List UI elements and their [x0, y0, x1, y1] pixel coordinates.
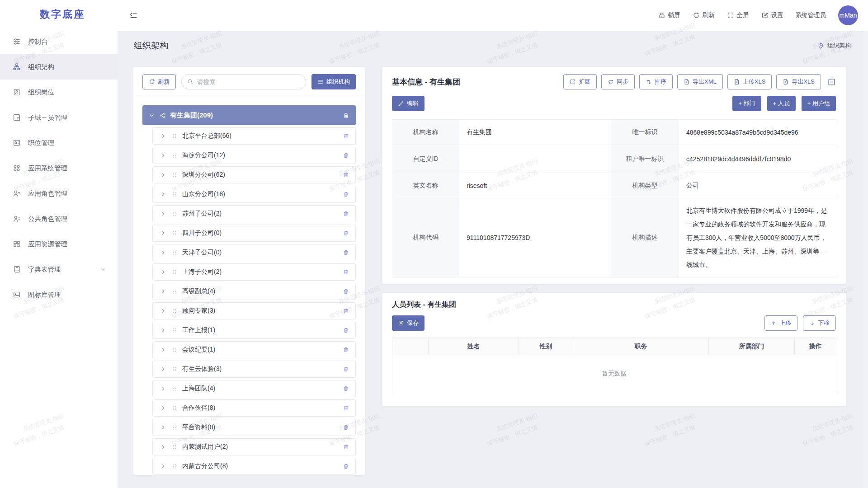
- add-department-button[interactable]: + 部门: [732, 96, 761, 111]
- sidebar-item-subdomain-admin[interactable]: 子域三员管理: [0, 105, 118, 130]
- sidebar-item-icon-lib[interactable]: 图标库管理: [0, 282, 118, 307]
- move-down-button[interactable]: 下移: [803, 315, 836, 331]
- tree-item[interactable]: 苏州子公司(2): [152, 205, 356, 222]
- sort-button[interactable]: 排序: [639, 74, 673, 89]
- delete-icon[interactable]: [343, 308, 349, 314]
- tree-item[interactable]: 内蒙测试用户(2): [152, 438, 356, 455]
- upload-xls-button[interactable]: 上传XLS: [727, 74, 772, 89]
- tree-item[interactable]: 上海子公司(2): [152, 263, 356, 281]
- chevron-right-icon[interactable]: [160, 250, 166, 255]
- tree-item[interactable]: 北京平台总部(66): [152, 127, 356, 145]
- tree-item[interactable]: 有生云体验(3): [152, 361, 356, 378]
- chevron-right-icon[interactable]: [160, 328, 166, 333]
- delete-icon[interactable]: [343, 211, 349, 217]
- tree-item[interactable]: 顾问专家(3): [152, 302, 356, 319]
- chevron-right-icon[interactable]: [160, 153, 166, 158]
- tree-item[interactable]: 上海团队(4): [152, 380, 356, 397]
- tree-item[interactable]: 内蒙古分公司(8): [152, 458, 356, 475]
- export-xml-button[interactable]: 导出XML: [677, 74, 723, 89]
- sidebar-item-console[interactable]: 控制台: [0, 29, 118, 54]
- drag-handle-icon[interactable]: [171, 308, 178, 314]
- chevron-right-icon[interactable]: [160, 425, 166, 430]
- tree-item[interactable]: 工作上报(1): [152, 322, 356, 339]
- tree-item[interactable]: 天津子公司(0): [152, 244, 356, 261]
- drag-handle-icon[interactable]: [171, 463, 178, 469]
- avatar[interactable]: mMan: [838, 5, 858, 25]
- chevron-right-icon[interactable]: [160, 405, 166, 411]
- delete-icon[interactable]: [343, 249, 349, 256]
- chevron-right-icon[interactable]: [160, 444, 166, 450]
- delete-icon[interactable]: [343, 230, 349, 236]
- sidebar-item-org-position[interactable]: 组织岗位: [0, 80, 118, 105]
- drag-handle-icon[interactable]: [171, 366, 178, 372]
- sync-button[interactable]: 同步: [601, 74, 635, 89]
- drag-handle-icon[interactable]: [171, 385, 178, 392]
- page-scrollbar[interactable]: [863, 31, 868, 488]
- delete-icon[interactable]: [343, 191, 349, 197]
- move-up-button[interactable]: 上移: [764, 315, 797, 331]
- delete-icon[interactable]: [343, 366, 349, 372]
- drag-handle-icon[interactable]: [171, 211, 178, 217]
- tree-item[interactable]: 合作伙伴(8): [152, 399, 356, 417]
- drag-handle-icon[interactable]: [171, 405, 178, 411]
- chevron-right-icon[interactable]: [160, 172, 166, 178]
- drag-handle-icon[interactable]: [171, 424, 178, 431]
- chevron-right-icon[interactable]: [160, 347, 166, 352]
- drag-handle-icon[interactable]: [171, 347, 178, 353]
- sidebar-item-org-structure[interactable]: 组织架构: [0, 54, 118, 80]
- chevron-right-icon[interactable]: [160, 269, 166, 275]
- delete-icon[interactable]: [343, 133, 349, 139]
- tree-search-input[interactable]: [181, 74, 306, 89]
- chevron-right-icon[interactable]: [160, 366, 166, 372]
- delete-icon[interactable]: [343, 463, 349, 469]
- menu-fold-icon[interactable]: [129, 11, 138, 20]
- fullscreen-button[interactable]: 全屏: [727, 11, 749, 19]
- chevron-right-icon[interactable]: [160, 230, 166, 236]
- drag-handle-icon[interactable]: [171, 230, 178, 236]
- sidebar-item-public-role[interactable]: 公共角色管理: [0, 206, 118, 231]
- chevron-right-icon[interactable]: [160, 464, 166, 469]
- drag-handle-icon[interactable]: [171, 444, 178, 450]
- delete-icon[interactable]: [343, 172, 349, 178]
- tree-root-node[interactable]: 有生集团(209): [142, 105, 356, 125]
- delete-icon[interactable]: [343, 424, 349, 431]
- tree-item[interactable]: 会议纪要(1): [152, 341, 356, 358]
- sidebar-item-app-system[interactable]: 应用系统管理: [0, 155, 118, 181]
- delete-icon[interactable]: [343, 269, 349, 275]
- current-user[interactable]: 系统管理员: [796, 11, 826, 19]
- chevron-down-icon[interactable]: [149, 113, 155, 118]
- delete-icon[interactable]: [343, 152, 349, 159]
- drag-handle-icon[interactable]: [171, 152, 178, 159]
- tree-item[interactable]: 四川子公司(0): [152, 225, 356, 242]
- tree-item[interactable]: 海淀分公司(12): [152, 147, 356, 164]
- drag-handle-icon[interactable]: [171, 269, 178, 275]
- save-button[interactable]: 保存: [392, 315, 425, 331]
- delete-icon[interactable]: [343, 112, 349, 119]
- delete-icon[interactable]: [343, 288, 349, 295]
- chevron-right-icon[interactable]: [160, 308, 166, 314]
- collapse-panel-icon[interactable]: [827, 78, 836, 86]
- delete-icon[interactable]: [343, 444, 349, 450]
- delete-icon[interactable]: [343, 405, 349, 411]
- chevron-right-icon[interactable]: [160, 133, 166, 139]
- tree-item[interactable]: 平台资料(0): [152, 419, 356, 436]
- add-person-button[interactable]: + 人员: [767, 96, 796, 111]
- drag-handle-icon[interactable]: [171, 133, 178, 139]
- drag-handle-icon[interactable]: [171, 191, 178, 197]
- drag-handle-icon[interactable]: [171, 172, 178, 178]
- tree-item[interactable]: 深圳分公司(62): [152, 166, 356, 183]
- drag-handle-icon[interactable]: [171, 327, 178, 333]
- delete-icon[interactable]: [343, 347, 349, 353]
- sidebar-item-app-resource[interactable]: 应用资源管理: [0, 231, 118, 257]
- sidebar-item-dict-table[interactable]: 字典表管理: [0, 257, 118, 282]
- settings-button[interactable]: 设置: [761, 11, 783, 19]
- add-user-group-button[interactable]: + 用户组: [802, 96, 836, 111]
- tree-item[interactable]: 高级副总(4): [152, 283, 356, 300]
- export-xls-button[interactable]: 导出XLS: [776, 74, 821, 89]
- chevron-right-icon[interactable]: [160, 386, 166, 391]
- chevron-right-icon[interactable]: [160, 289, 166, 294]
- sidebar-item-position-mgmt[interactable]: 职位管理: [0, 130, 118, 155]
- drag-handle-icon[interactable]: [171, 249, 178, 256]
- org-structure-button[interactable]: 组织机构: [311, 74, 356, 89]
- edit-button[interactable]: 编辑: [392, 96, 425, 111]
